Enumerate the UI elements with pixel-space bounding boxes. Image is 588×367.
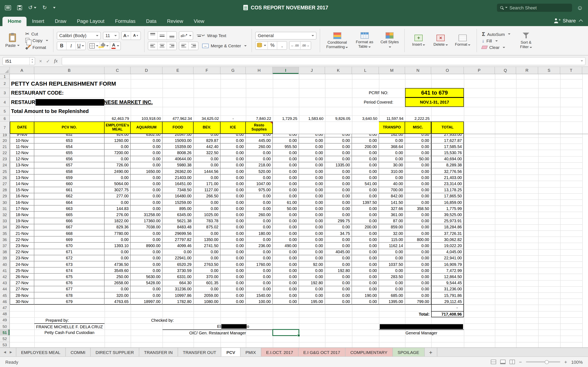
cell-E39[interactable]: 22941.00 <box>163 255 194 261</box>
cell-A38[interactable]: 22-Nov <box>10 249 34 255</box>
cell-B25[interactable]: 658 <box>34 168 104 175</box>
cell-B21[interactable]: 654 <box>34 143 104 150</box>
bold-button[interactable]: B <box>57 42 67 50</box>
cell-G31[interactable]: 0.00 <box>221 206 246 212</box>
column-header-T[interactable]: T <box>560 67 582 74</box>
copy-button[interactable]: Copy <box>24 38 50 43</box>
borders-button[interactable] <box>88 42 100 50</box>
insert-cells-button[interactable]: Insert <box>408 34 429 47</box>
accounting-format-button[interactable] <box>256 42 268 49</box>
cell-N3[interactable]: 641 to 679 <box>405 88 464 98</box>
cell-K6[interactable]: 9,826.05 <box>325 115 352 122</box>
cell-D38[interactable]: 0.00 <box>131 249 163 255</box>
cell-D42[interactable]: 5630.00 <box>131 274 163 280</box>
cell-I45[interactable]: 0.00 <box>273 292 299 299</box>
cell-F26[interactable]: 0.00 <box>194 175 221 181</box>
cell-F24[interactable]: 0.00 <box>194 162 221 168</box>
cell-N22[interactable]: 0.00 <box>405 150 431 156</box>
cell-F39[interactable]: 0.00 <box>194 255 221 261</box>
cell-N26[interactable]: 0.00 <box>405 175 431 181</box>
row-header-30[interactable]: 30 <box>0 200 10 206</box>
cell-O44[interactable]: 31,236.00 <box>431 286 464 292</box>
row-header-50[interactable]: 50 <box>0 323 10 329</box>
cell-C23[interactable]: 0.00 <box>104 156 131 162</box>
cell-H42[interactable]: 0.00 <box>246 274 273 280</box>
cell-D46[interactable]: 18997.00 <box>131 299 163 305</box>
cell-L27[interactable]: 541.00 <box>352 181 379 187</box>
cell-B33[interactable]: 666 <box>34 218 104 224</box>
conditional-formatting-button[interactable]: Conditional Formatting <box>323 31 351 50</box>
cell-styles-button[interactable]: Cell Styles <box>378 32 401 50</box>
cell-L30[interactable]: 1397.50 <box>352 200 379 206</box>
cell-F37[interactable]: 2741.50 <box>194 243 221 249</box>
cell-E26[interactable]: 21403.00 <box>163 175 194 181</box>
cell-C19[interactable]: 924.00 <box>104 134 131 137</box>
font-name-select[interactable]: Calibri (Body) <box>57 32 101 39</box>
cell-A31[interactable]: 17-Nov <box>10 206 34 212</box>
cell-H19[interactable]: 0.00 <box>246 134 273 137</box>
cell-N43[interactable]: 0.00 <box>405 280 431 286</box>
cell-M6[interactable]: 11,597.94 <box>379 115 405 122</box>
cell-N25[interactable]: 0.00 <box>405 168 431 175</box>
cell-G30[interactable]: 0.00 <box>221 200 246 206</box>
cell-C45[interactable]: 320.00 <box>104 292 131 299</box>
orientation-button[interactable]: ab↗ <box>179 32 192 39</box>
cell-D33[interactable]: 17360.00 <box>131 218 163 224</box>
cell-N6[interactable]: 2,222.25 <box>405 115 431 122</box>
cell-J22[interactable]: 0.00 <box>299 150 325 156</box>
cell-C42[interactable]: 250.00 <box>104 274 131 280</box>
cell-K41[interactable]: 192.80 <box>325 267 352 274</box>
cell-I37[interactable]: 490.00 <box>273 243 299 249</box>
cell-G25[interactable]: 0.00 <box>221 168 246 175</box>
cell-K46[interactable]: 0.00 <box>325 299 352 305</box>
cell-L41[interactable]: 0.00 <box>352 267 379 274</box>
cell-K31[interactable]: 0.00 <box>325 206 352 212</box>
row-header-29[interactable]: 29 <box>0 193 10 200</box>
sort-filter-button[interactable]: Sort & Filter <box>514 31 538 50</box>
cell-D32[interactable]: 31258.00 <box>131 212 163 218</box>
cell-M7[interactable]: TRANSPO <box>379 122 405 134</box>
cell-C29[interactable]: 277.00 <box>104 193 131 200</box>
cell-L20[interactable]: 0.00 <box>352 137 379 143</box>
cell-B22[interactable]: 655 <box>34 150 104 156</box>
row-header-4[interactable]: 4 <box>0 98 10 107</box>
cell-E37[interactable]: 4099.46 <box>163 243 194 249</box>
cell-E43[interactable]: 664.30 <box>163 280 194 286</box>
cell-K27[interactable]: 0.00 <box>325 181 352 187</box>
cell-E34[interactable]: 8483.48 <box>163 224 194 230</box>
row-header-36[interactable]: 36 <box>0 236 10 243</box>
row-header-48[interactable]: 48 <box>0 311 10 317</box>
cell-H6[interactable]: 7,840.22 <box>246 115 273 122</box>
shrink-font-button[interactable]: A▼ <box>131 32 140 39</box>
search-input[interactable]: Search Sheet <box>497 3 572 12</box>
cell-M34[interactable]: 859.00 <box>379 224 405 230</box>
cell-F33[interactable]: 783.78 <box>194 218 221 224</box>
zoom-out-button[interactable]: − <box>519 359 522 365</box>
name-box-stepper[interactable]: ▲▼ <box>29 57 35 65</box>
cell-G46[interactable]: 0.00 <box>221 299 246 305</box>
cell-L39[interactable]: 0.00 <box>352 255 379 261</box>
cell-A4[interactable]: RESTAURNESE MARKET INC. <box>10 98 221 107</box>
cell-J26[interactable]: 0.00 <box>299 175 325 181</box>
cell-B26[interactable]: 659 <box>34 175 104 181</box>
cell-D26[interactable]: 0.00 <box>131 175 163 181</box>
cell-L40[interactable]: 0.00 <box>352 261 379 267</box>
cell-D31[interactable]: 0.00 <box>131 206 163 212</box>
cell-M45[interactable]: 685.00 <box>379 292 405 299</box>
decrease-indent-button[interactable] <box>179 42 189 50</box>
cell-A7[interactable]: DATE <box>10 122 34 134</box>
cell-G27[interactable]: 0.00 <box>221 181 246 187</box>
sheet-tab-e-i-g-g-oct-2017[interactable]: E.I G&G OCT 2017 <box>298 348 346 356</box>
cell-N36[interactable]: 800.00 <box>405 236 431 243</box>
cell-H38[interactable]: 0.00 <box>246 249 273 255</box>
cell-E42[interactable]: 6331.00 <box>163 274 194 280</box>
cell-K43[interactable]: 0.00 <box>325 280 352 286</box>
cell-N46[interactable]: 799.00 <box>405 299 431 305</box>
cell-L3[interactable]: PCRF NO: <box>352 88 405 98</box>
cell-G41[interactable]: 0.00 <box>221 267 246 274</box>
cell-B28[interactable]: 661 <box>34 187 104 193</box>
app-icon[interactable] <box>5 5 11 10</box>
cell-D36[interactable]: 0.00 <box>131 236 163 243</box>
cell-J36[interactable]: 0.00 <box>299 236 325 243</box>
cell-J23[interactable]: 0.00 <box>299 156 325 162</box>
